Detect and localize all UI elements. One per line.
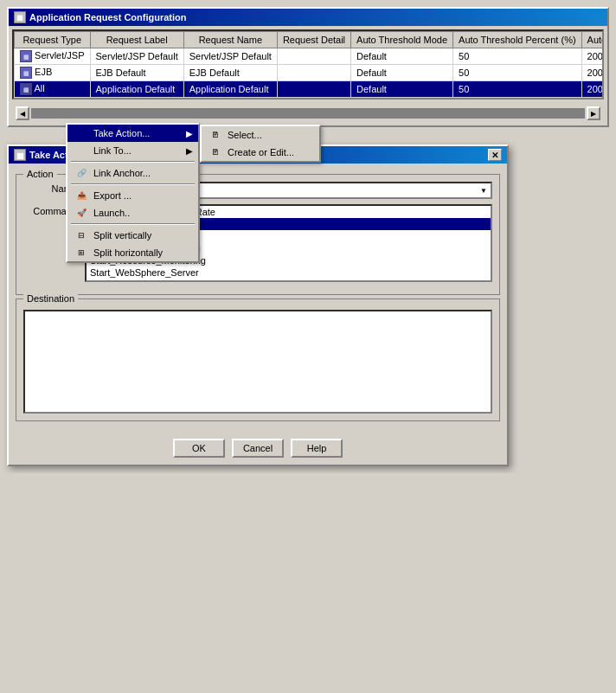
dialog-buttons: OK Cancel Help [9, 432, 507, 465]
row3-mode: Default [351, 81, 453, 98]
table-container: Request Type Request Label Request Name … [12, 29, 604, 99]
create-label: Create or Edit... [228, 147, 294, 157]
row2-mode: Default [351, 65, 453, 81]
horizontal-scrollbar[interactable]: ◀ ▶ [12, 103, 604, 124]
table-header-row: Request Type Request Label Request Name … [15, 32, 605, 48]
scroll-right-btn[interactable]: ▶ [587, 106, 600, 120]
col-header-name: Request Name [183, 32, 277, 48]
row1-name: Servlet/JSP Default [183, 48, 277, 65]
export-icon: 📤 [74, 189, 88, 202]
select-label: Select... [228, 130, 262, 140]
split-h-icon: ⊞ [74, 247, 88, 259]
row1-deviation: 200 [581, 48, 604, 65]
row2-deviation: 200 [581, 65, 604, 81]
col-header-mode: Auto Threshold Mode [351, 32, 453, 48]
dialog-icon: ▦ [14, 149, 26, 161]
col-header-label: Request Label [90, 32, 183, 48]
link-anchor-label: Link Anchor... [93, 168, 151, 178]
submenu-item-select[interactable]: 🖹 Select... [202, 126, 319, 144]
row-icon: ▦ [20, 67, 32, 79]
ok-button[interactable]: OK [173, 439, 225, 458]
main-window-titlebar: ▦ Application Request Configuration [9, 9, 607, 26]
scroll-track[interactable] [31, 108, 585, 119]
create-icon: 🖹 [209, 146, 222, 158]
table-row[interactable]: ▦ EJB EJB Default EJB Default Default 50… [15, 65, 605, 81]
help-button[interactable]: Help [291, 439, 343, 458]
col-header-percent: Auto Threshold Percent (%) [453, 32, 582, 48]
row3-type: ▦ All [15, 81, 91, 98]
menu-item-link-anchor[interactable]: 🔗 Link Anchor... [67, 164, 198, 182]
row2-detail [277, 65, 350, 81]
row3-name: Application Default [183, 81, 277, 98]
split-v-icon: ⊟ [74, 229, 88, 241]
menu-sep-2 [71, 183, 195, 185]
col-header-type: Request Type [15, 32, 91, 48]
launch-icon: 🚀 [74, 207, 88, 219]
menu-item-link-to[interactable]: Link To... ▶ [67, 142, 198, 159]
menu-item-split-h[interactable]: ⊞ Split horizontally [67, 244, 198, 261]
menu-sep-3 [71, 223, 195, 225]
dialog-close-button[interactable]: ✕ [488, 149, 502, 161]
menu-item-launch[interactable]: 🚀 Launch.. [67, 204, 198, 221]
table-row[interactable]: ▦ Servlet/JSP Servlet/JSP Default Servle… [15, 48, 605, 65]
main-window-title: Application Request Configuration [29, 12, 187, 22]
listbox-item[interactable]: Start_WebSphere_Server [87, 266, 491, 279]
row-icon: ▦ [20, 50, 32, 62]
row3-deviation: 200 [581, 81, 604, 98]
link-anchor-icon: 🔗 [74, 167, 88, 179]
row1-mode: Default [351, 48, 453, 65]
link-to-arrow: ▶ [186, 146, 193, 156]
link-to-icon [74, 144, 88, 157]
name-select-arrow: ▼ [480, 187, 487, 195]
row2-label: EJB Default [90, 65, 183, 81]
listbox-item[interactable]: Stop_Baselining [87, 279, 491, 282]
destination-group-label: Destination [23, 293, 78, 304]
main-window: ▦ Application Request Configuration Requ… [7, 7, 609, 127]
submenu-arrow: ▶ [186, 129, 193, 138]
request-table: Request Type Request Label Request Name … [14, 31, 604, 98]
col-header-deviation: Auto Threshold Deviation (%) [581, 32, 604, 48]
row3-detail [277, 81, 350, 98]
context-menu: Take Action... ▶ Link To... ▶ 🔗 Link Anc… [66, 123, 200, 263]
row1-label: Servlet/JSP Default [90, 48, 183, 65]
split-v-label: Split vertically [93, 230, 151, 241]
scroll-left-btn[interactable]: ◀ [16, 106, 29, 120]
select-icon: 🖹 [209, 129, 222, 141]
destination-box[interactable] [23, 310, 492, 414]
action-group-label: Action [23, 169, 57, 179]
context-submenu: 🖹 Select... 🖹 Create or Edit... [200, 125, 321, 163]
take-action-icon [74, 127, 88, 139]
launch-label: Launch.. [93, 208, 130, 218]
row1-type: ▦ Servlet/JSP [15, 48, 91, 65]
row-icon: ▦ [20, 83, 32, 95]
row1-detail [277, 48, 350, 65]
link-to-label: Link To... [93, 145, 132, 156]
col-header-detail: Request Detail [277, 32, 350, 48]
row2-percent: 50 [453, 65, 582, 81]
split-h-label: Split horizontally [93, 247, 163, 258]
menu-sep-1 [71, 161, 195, 163]
cancel-button[interactable]: Cancel [232, 439, 284, 458]
take-action-label: Take Action... [93, 128, 150, 138]
export-label: Export ... [93, 190, 132, 201]
menu-item-take-action[interactable]: Take Action... ▶ [67, 125, 198, 142]
menu-item-split-v[interactable]: ⊟ Split vertically [67, 227, 198, 244]
table-row[interactable]: ▦ All Application Default Application De… [15, 81, 605, 98]
window-icon: ▦ [14, 11, 26, 23]
submenu-item-create[interactable]: 🖹 Create or Edit... [202, 144, 319, 161]
row1-percent: 50 [453, 48, 582, 65]
row2-name: EJB Default [183, 65, 277, 81]
row3-percent: 50 [453, 81, 582, 98]
row3-label: Application Default [90, 81, 183, 98]
menu-item-export[interactable]: 📤 Export ... [67, 187, 198, 204]
row2-type: ▦ EJB [15, 65, 91, 81]
destination-group: Destination [16, 298, 500, 421]
